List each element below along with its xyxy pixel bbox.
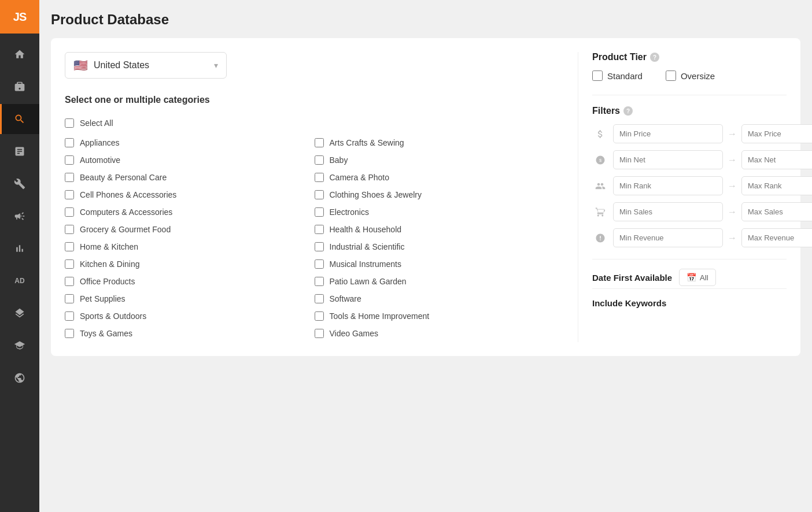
revenue-filter-icon xyxy=(592,230,608,246)
sidebar-item-settings[interactable] xyxy=(0,363,39,393)
oversize-checkbox[interactable] xyxy=(666,71,676,81)
list-item[interactable]: Musical Instruments xyxy=(315,255,564,273)
standard-checkbox[interactable] xyxy=(592,71,603,81)
sidebar-item-ad[interactable]: AD xyxy=(0,266,39,296)
net-arrow-icon: → xyxy=(728,155,737,165)
date-btn[interactable]: 📅 All xyxy=(679,269,715,286)
oversize-tier-option[interactable]: Oversize xyxy=(666,71,715,81)
sidebar-item-education[interactable] xyxy=(0,331,39,361)
list-item[interactable]: Home & Kitchen xyxy=(65,238,315,255)
filters-title: Filters ? xyxy=(592,106,787,116)
software-checkbox[interactable] xyxy=(315,294,324,303)
kitchen-dining-checkbox[interactable] xyxy=(65,259,74,269)
max-revenue-input[interactable] xyxy=(741,228,812,247)
price-filter-icon xyxy=(592,126,608,142)
home-kitchen-label: Home & Kitchen xyxy=(80,242,138,251)
list-item[interactable]: Beauty & Personal Care xyxy=(65,169,315,186)
patio-checkbox[interactable] xyxy=(315,277,324,286)
list-item[interactable]: Industrial & Scientific xyxy=(315,238,564,255)
standard-tier-label: Standard xyxy=(607,71,643,81)
list-item[interactable]: Camera & Photo xyxy=(315,169,564,186)
cellphones-checkbox[interactable] xyxy=(65,190,74,199)
oversize-tier-label: Oversize xyxy=(681,71,715,81)
list-item[interactable]: Software xyxy=(315,290,564,307)
country-selector[interactable]: 🇺🇸 United States ▾ xyxy=(65,52,227,79)
list-item[interactable]: Arts Crafts & Sewing xyxy=(315,134,564,151)
home-icon xyxy=(14,49,25,60)
analytics-icon xyxy=(14,146,25,157)
tools-checkbox[interactable] xyxy=(315,311,324,321)
select-all-checkbox[interactable] xyxy=(65,118,74,128)
sidebar-item-home[interactable] xyxy=(0,39,39,69)
select-all-item[interactable]: Select All xyxy=(65,114,564,132)
list-item[interactable]: Grocery & Gourmet Food xyxy=(65,221,315,238)
rank-arrow-icon: → xyxy=(728,181,737,191)
home-kitchen-checkbox[interactable] xyxy=(65,242,74,251)
list-item[interactable]: Appliances xyxy=(65,134,315,151)
sidebar-item-layers[interactable] xyxy=(0,298,39,328)
office-checkbox[interactable] xyxy=(65,277,74,286)
video-games-checkbox[interactable] xyxy=(315,329,324,338)
max-sales-input[interactable] xyxy=(741,202,812,221)
electronics-checkbox[interactable] xyxy=(315,207,324,217)
list-item[interactable]: Toys & Games xyxy=(65,325,315,342)
list-item[interactable]: Automotive xyxy=(65,151,315,169)
grocery-checkbox[interactable] xyxy=(65,225,74,234)
health-checkbox[interactable] xyxy=(315,225,324,234)
list-item[interactable]: Baby xyxy=(315,151,564,169)
max-net-input[interactable] xyxy=(741,150,812,169)
toys-checkbox[interactable] xyxy=(65,329,74,338)
sports-checkbox[interactable] xyxy=(65,311,74,321)
list-item[interactable]: Kitchen & Dining xyxy=(65,255,315,273)
sidebar-item-products[interactable] xyxy=(0,72,39,102)
max-price-input[interactable] xyxy=(741,124,812,143)
automotive-checkbox[interactable] xyxy=(65,155,74,165)
product-tier-help-icon[interactable]: ? xyxy=(650,53,659,62)
list-item[interactable]: Sports & Outdoors xyxy=(65,307,315,325)
net-filter-icon: $ xyxy=(592,152,608,168)
filters-help-icon[interactable]: ? xyxy=(623,106,633,116)
industrial-checkbox[interactable] xyxy=(315,242,324,251)
list-item[interactable]: Patio Lawn & Garden xyxy=(315,273,564,290)
patio-label: Patio Lawn & Garden xyxy=(330,277,407,286)
baby-checkbox[interactable] xyxy=(315,155,324,165)
sidebar-item-barchart[interactable] xyxy=(0,233,39,264)
min-net-input[interactable] xyxy=(613,150,723,169)
sports-label: Sports & Outdoors xyxy=(80,311,146,321)
list-item[interactable]: Cell Phones & Accessories xyxy=(65,186,315,203)
select-all-label: Select All xyxy=(80,118,113,128)
list-item[interactable]: Clothing Shoes & Jewelry xyxy=(315,186,564,203)
min-sales-input[interactable] xyxy=(613,202,723,221)
calendar-icon: 📅 xyxy=(686,273,696,282)
max-rank-input[interactable] xyxy=(741,176,812,195)
list-item[interactable]: Electronics xyxy=(315,203,564,221)
sidebar-item-analytics[interactable] xyxy=(0,136,39,166)
list-item[interactable]: Health & Household xyxy=(315,221,564,238)
appliances-checkbox[interactable] xyxy=(65,138,74,147)
baby-label: Baby xyxy=(330,155,348,165)
list-item[interactable]: Pet Supplies xyxy=(65,290,315,307)
min-price-input[interactable] xyxy=(613,124,723,143)
sidebar-nav: AD xyxy=(0,34,39,393)
min-rank-input[interactable] xyxy=(613,176,723,195)
sidebar-item-megaphone[interactable] xyxy=(0,201,39,231)
pet-checkbox[interactable] xyxy=(65,294,74,303)
arts-crafts-checkbox[interactable] xyxy=(315,138,324,147)
filters-section: Filters ? → $ xyxy=(592,95,787,247)
camera-checkbox[interactable] xyxy=(315,173,324,182)
date-label: Date First Available xyxy=(592,273,672,283)
sidebar-item-tools[interactable] xyxy=(0,169,39,199)
list-item[interactable]: Video Games xyxy=(315,325,564,342)
beauty-checkbox[interactable] xyxy=(65,173,74,182)
computers-checkbox[interactable] xyxy=(65,207,74,217)
toys-label: Toys & Games xyxy=(80,329,132,338)
list-item[interactable]: Computers & Accessories xyxy=(65,203,315,221)
musical-checkbox[interactable] xyxy=(315,259,324,269)
clothing-checkbox[interactable] xyxy=(315,190,324,199)
sidebar-item-search[interactable] xyxy=(0,104,39,134)
min-revenue-input[interactable] xyxy=(613,228,723,247)
list-item[interactable]: Tools & Home Improvement xyxy=(315,307,564,325)
list-item[interactable]: Office Products xyxy=(65,273,315,290)
rank-filter-icon xyxy=(592,178,608,194)
standard-tier-option[interactable]: Standard xyxy=(592,71,643,81)
